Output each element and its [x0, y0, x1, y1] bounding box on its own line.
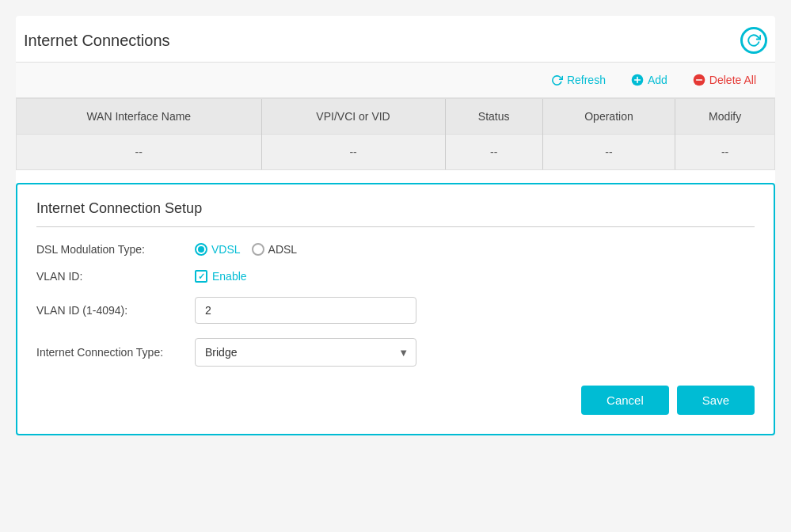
vlan-id-input[interactable] — [195, 297, 416, 324]
vdsl-radio-option[interactable]: VDSL — [195, 243, 241, 256]
vlan-enable-control: Enable — [195, 270, 247, 283]
top-right-icon — [740, 27, 767, 54]
table-row: -- -- -- -- -- — [17, 135, 774, 170]
delete-all-icon — [693, 74, 705, 86]
col-modify: Modify — [675, 99, 774, 135]
adsl-radio-label: ADSL — [268, 243, 298, 256]
dsl-modulation-row: DSL Modulation Type: VDSL ADSL — [36, 243, 755, 256]
add-icon — [631, 74, 644, 86]
col-wan-interface: WAN Interface Name — [17, 99, 261, 135]
connection-type-label: Internet Connection Type: — [36, 346, 195, 359]
delete-all-button[interactable]: Delete All — [686, 70, 762, 89]
vdsl-radio-label: VDSL — [211, 243, 241, 256]
setup-panel: Internet Connection Setup DSL Modulation… — [16, 183, 775, 435]
page-title-bar: Internet Connections — [16, 16, 775, 63]
vlan-id-label: VLAN ID: — [36, 270, 195, 283]
cancel-button[interactable]: Cancel — [581, 386, 669, 415]
delete-all-label: Delete All — [709, 74, 756, 86]
vdsl-radio-circle[interactable] — [195, 243, 207, 256]
connection-type-select-wrapper: Bridge PPPoE IPoE Static IP ▼ — [195, 338, 416, 367]
col-status: Status — [445, 99, 542, 135]
cell-wan-interface: -- — [17, 135, 261, 170]
connection-type-control: Bridge PPPoE IPoE Static IP ▼ — [195, 338, 416, 367]
page-title: Internet Connections — [24, 32, 170, 50]
dsl-modulation-control: VDSL ADSL — [195, 243, 297, 256]
vlan-id-range-label: VLAN ID (1-4094): — [36, 304, 195, 317]
col-operation: Operation — [542, 99, 675, 135]
refresh-button[interactable]: Refresh — [545, 70, 612, 89]
add-label: Add — [648, 74, 667, 86]
dsl-modulation-label: DSL Modulation Type: — [36, 243, 195, 256]
page-container: Internet Connections Refresh Add — [16, 16, 775, 435]
cell-modify: -- — [675, 135, 774, 170]
cell-operation: -- — [542, 135, 675, 170]
vlan-id-range-row: VLAN ID (1-4094): — [36, 297, 755, 324]
table-header-row: WAN Interface Name VPI/VCI or VID Status… — [17, 99, 774, 135]
connection-type-row: Internet Connection Type: Bridge PPPoE I… — [36, 338, 755, 367]
col-vpi-vci: VPI/VCI or VID — [261, 99, 445, 135]
connection-type-select[interactable]: Bridge PPPoE IPoE Static IP — [195, 338, 416, 367]
refresh-label: Refresh — [567, 74, 606, 86]
form-actions: Cancel Save — [36, 386, 755, 415]
vlan-enable-checkbox[interactable]: Enable — [195, 270, 247, 283]
vlan-checkbox-box[interactable] — [195, 270, 207, 283]
adsl-radio-option[interactable]: ADSL — [252, 243, 298, 256]
connections-table: WAN Interface Name VPI/VCI or VID Status… — [16, 98, 775, 170]
vlan-id-enable-row: VLAN ID: Enable — [36, 270, 755, 283]
adsl-radio-circle[interactable] — [252, 243, 264, 256]
save-button[interactable]: Save — [677, 386, 755, 415]
setup-title: Internet Connection Setup — [36, 200, 755, 227]
cell-vpi-vci: -- — [261, 135, 445, 170]
refresh-icon — [551, 74, 563, 86]
add-button[interactable]: Add — [625, 70, 674, 89]
cell-status: -- — [445, 135, 542, 170]
vlan-id-input-control — [195, 297, 416, 324]
toolbar: Refresh Add Delete All — [16, 63, 775, 98]
vlan-enable-label: Enable — [212, 270, 247, 283]
